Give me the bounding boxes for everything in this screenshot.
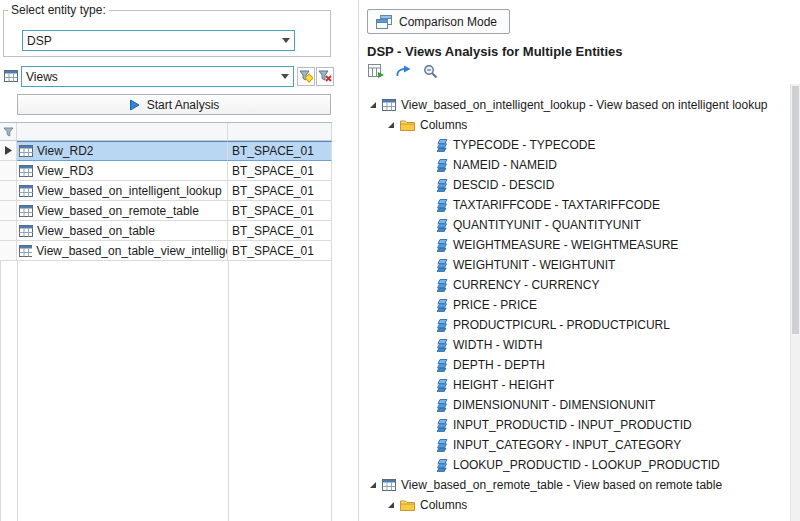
space-name: BT_SPACE_01 (232, 224, 314, 238)
tree-node-column[interactable]: PRICE - PRICE (359, 295, 788, 315)
entity-type-label: Select entity type: (8, 3, 109, 17)
comparison-mode-button[interactable]: Comparison Mode (367, 9, 510, 34)
filter-cell[interactable] (0, 123, 17, 141)
scrollbar-thumb[interactable] (792, 86, 799, 334)
entity-dropdown[interactable]: Views (21, 66, 294, 87)
tree-node-column[interactable]: NAMEID - NAMEID (359, 155, 788, 175)
entity-name: View_based_on_table (37, 224, 155, 238)
edit-filter-button[interactable] (297, 67, 315, 86)
table-row[interactable]: View_based_on_tableBT_SPACE_01 (0, 221, 332, 241)
play-icon (129, 99, 140, 111)
tree-node-column[interactable]: QUANTITYUNIT - QUANTITYUNIT (359, 215, 788, 235)
tree-node-column[interactable]: LOOKUP_PRODUCTID - LOOKUP_PRODUCTID (359, 455, 788, 475)
row-indicator (0, 141, 17, 161)
table-row[interactable]: View_RD3BT_SPACE_01 (0, 161, 332, 181)
tree-node-columns[interactable]: Columns (359, 495, 788, 515)
tree-node-column[interactable]: INPUT_PRODUCTID - INPUT_PRODUCTID (359, 415, 788, 435)
entity-grid: View_RD2BT_SPACE_01View_RD3BT_SPACE_01Vi… (0, 122, 332, 521)
tree-node-label: View_based_on_remote_table - View based … (401, 478, 722, 492)
tree-node-label: QUANTITYUNIT - QUANTITYUNIT (453, 218, 641, 232)
row-indicator (0, 161, 17, 181)
entity-name: View_based_on_table_view_intelligen (36, 244, 227, 258)
refresh-icon[interactable] (394, 63, 413, 80)
tree-node-column[interactable]: CURRENCY - CURRENCY (359, 275, 788, 295)
folder-icon (400, 499, 415, 511)
tree-node-column[interactable]: WEIGHTUNIT - WEIGHTUNIT (359, 255, 788, 275)
column-icon (437, 359, 448, 372)
space-cell: BT_SPACE_01 (228, 201, 332, 221)
tree-node-label: Columns (420, 498, 467, 512)
space-cell: BT_SPACE_01 (228, 221, 332, 241)
grid-header-row (0, 123, 332, 141)
filter-funnel-icon (3, 127, 14, 137)
expander-expanded-icon[interactable] (369, 481, 377, 489)
tree-node-label: NAMEID - NAMEID (453, 158, 557, 172)
tree-node-column[interactable]: DEPTH - DEPTH (359, 355, 788, 375)
tree-node-label: DIMENSIONUNIT - DIMENSIONUNIT (453, 398, 655, 412)
entity-selection-panel: Select entity type: DSP Views (0, 0, 332, 521)
column-icon (437, 339, 448, 352)
table-icon (19, 145, 33, 157)
tree-node-view[interactable]: View_based_on_intelligent_lookup - View … (359, 95, 788, 115)
column-icon (437, 299, 448, 312)
analysis-panel: Comparison Mode DSP - Views Analysis for… (358, 0, 800, 521)
expander-expanded-icon[interactable] (387, 121, 395, 129)
tree-node-view[interactable]: View_based_on_remote_table - View based … (359, 475, 788, 495)
tree-node-columns[interactable]: Columns (359, 115, 788, 135)
entity-name: View_based_on_remote_table (37, 204, 199, 218)
tree-node-label: LOOKUP_PRODUCTID - LOOKUP_PRODUCTID (453, 458, 720, 472)
zoom-icon[interactable] (421, 63, 440, 80)
grid-header-space[interactable] (228, 123, 332, 141)
tree-node-column[interactable]: DESCID - DESCID (359, 175, 788, 195)
tree-node-column[interactable]: PRODUCTPICURL - PRODUCTPICURL (359, 315, 788, 335)
table-row[interactable]: View_based_on_table_view_intelligenBT_SP… (0, 241, 332, 261)
clear-filter-button[interactable] (316, 67, 334, 86)
row-indicator (0, 221, 17, 241)
analysis-toolbar (367, 63, 440, 80)
entity-name-cell: View_based_on_remote_table (17, 201, 228, 221)
tree-node-label: INPUT_CATEGORY - INPUT_CATEGORY (453, 438, 681, 452)
tree-node-column[interactable]: WIDTH - WIDTH (359, 335, 788, 355)
table-icon (382, 479, 396, 491)
column-icon (437, 319, 448, 332)
chevron-down-icon[interactable] (277, 67, 293, 86)
tree-node-column[interactable]: INPUT_CATEGORY - INPUT_CATEGORY (359, 435, 788, 455)
tree-node-column[interactable]: TYPECODE - TYPECODE (359, 135, 788, 155)
vertical-scrollbar[interactable] (790, 84, 800, 521)
column-icon (437, 199, 448, 212)
start-analysis-label: Start Analysis (147, 98, 220, 112)
column-icon (437, 439, 448, 452)
table-row[interactable]: View_based_on_intelligent_lookupBT_SPACE… (0, 181, 332, 201)
entity-name-cell: View_based_on_intelligent_lookup (17, 181, 228, 201)
column-icon (437, 179, 448, 192)
edit-filter-icon (299, 70, 313, 83)
entity-name: View_RD3 (37, 164, 93, 178)
table-icon (382, 99, 396, 111)
expander-expanded-icon[interactable] (387, 501, 395, 509)
chevron-down-icon[interactable] (278, 31, 294, 50)
tree-node-column[interactable]: TAXTARIFFCODE - TAXTARIFFCODE (359, 195, 788, 215)
entity-type-dropdown[interactable]: DSP (22, 30, 295, 51)
tree-node-label: View_based_on_intelligent_lookup - View … (401, 98, 768, 112)
export-icon[interactable] (367, 63, 386, 80)
tree-node-column[interactable]: WEIGHTMEASURE - WEIGHTMEASURE (359, 235, 788, 255)
start-analysis-button[interactable]: Start Analysis (17, 94, 331, 115)
entity-type-value: DSP (23, 34, 278, 48)
table-icon (19, 165, 33, 177)
tree-node-column[interactable]: DIMENSIONUNIT - DIMENSIONUNIT (359, 395, 788, 415)
space-cell: BT_SPACE_01 (228, 141, 332, 161)
column-icon (437, 279, 448, 292)
tree-node-label: DESCID - DESCID (453, 178, 554, 192)
analysis-tree: View_based_on_intelligent_lookup - View … (359, 95, 788, 521)
grid-header-name[interactable] (17, 123, 228, 141)
table-icon (19, 245, 32, 257)
tree-node-label: INPUT_PRODUCTID - INPUT_PRODUCTID (453, 418, 692, 432)
table-row[interactable]: View_RD2BT_SPACE_01 (0, 141, 332, 161)
space-name: BT_SPACE_01 (232, 204, 314, 218)
tree-node-column[interactable]: HEIGHT - HEIGHT (359, 375, 788, 395)
column-icon (437, 139, 448, 152)
folder-icon (400, 119, 415, 131)
table-row[interactable]: View_based_on_remote_tableBT_SPACE_01 (0, 201, 332, 221)
expander-expanded-icon[interactable] (369, 101, 377, 109)
column-icon (437, 239, 448, 252)
